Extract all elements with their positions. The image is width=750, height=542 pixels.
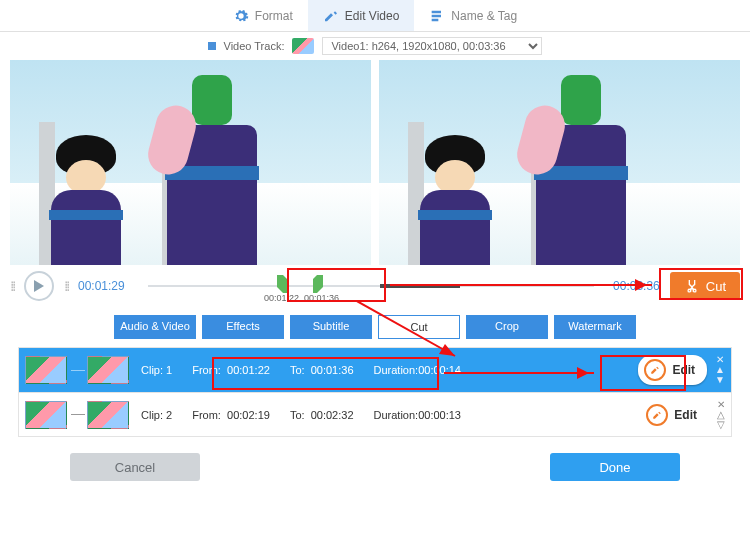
- tab-edit-video[interactable]: Edit Video: [308, 0, 415, 31]
- video-track-select[interactable]: Video1: h264, 1920x1080, 00:03:36: [322, 37, 542, 55]
- cancel-button[interactable]: Cancel: [70, 453, 200, 481]
- tab-name-tag[interactable]: Name & Tag: [414, 0, 532, 31]
- end-time: 00:03:36: [604, 279, 660, 293]
- progress-segment: [380, 284, 460, 288]
- move-down-icon[interactable]: ▽: [717, 420, 725, 430]
- clip-row[interactable]: Clip: 2 From: 00:02:19 To: 00:02:32 Dura…: [19, 392, 731, 436]
- move-up-icon[interactable]: △: [717, 410, 725, 420]
- grip-icon[interactable]: ⁞⁞: [64, 278, 68, 294]
- subtab-effects[interactable]: Effects: [202, 315, 284, 339]
- tab-format-label: Format: [255, 9, 293, 23]
- cut-button[interactable]: Cut: [670, 272, 740, 300]
- edit-subtabs: Audio & Video Effects Subtitle Cut Crop …: [0, 311, 750, 347]
- scissors-pencil-icon: [323, 8, 339, 24]
- tab-name-tag-label: Name & Tag: [451, 9, 517, 23]
- pencil-icon: [646, 404, 668, 426]
- pencil-icon: [644, 359, 666, 381]
- clip-row[interactable]: Clip: 1 From: 00:01:22 To: 00:01:36 Dura…: [19, 348, 731, 392]
- clip-thumb-start: [25, 356, 67, 384]
- clips-panel: Clip: 1 From: 00:01:22 To: 00:01:36 Dura…: [18, 347, 732, 437]
- edit-clip-button[interactable]: Edit: [640, 400, 709, 430]
- move-down-icon[interactable]: ▼: [715, 375, 725, 385]
- subtab-audio-video[interactable]: Audio & Video: [114, 315, 196, 339]
- timeline-controls: ⁞⁞ ⁞⁞ 00:01:29 00:01:22 00:01:36 00:03:3…: [0, 265, 750, 311]
- tag-icon: [429, 8, 445, 24]
- top-tab-bar: Format Edit Video Name & Tag: [0, 0, 750, 32]
- video-track-row: Video Track: Video1: h264, 1920x1080, 00…: [0, 32, 750, 60]
- trim-handle-start[interactable]: [277, 275, 287, 293]
- clip-thumb-end: [87, 356, 129, 384]
- current-time: 00:01:29: [78, 279, 138, 293]
- subtab-cut[interactable]: Cut: [378, 315, 460, 339]
- preview-area: ▸ Original Preview ◂: [0, 60, 750, 265]
- subtab-subtitle[interactable]: Subtitle: [290, 315, 372, 339]
- cut-button-label: Cut: [706, 279, 726, 294]
- clip-row-controls: ✕ △ ▽: [717, 400, 725, 430]
- handle-start-time: 00:01:22: [264, 293, 299, 303]
- gear-icon: [233, 8, 249, 24]
- clip-row-controls: ✕ ▲ ▼: [715, 355, 725, 385]
- done-button[interactable]: Done: [550, 453, 680, 481]
- edit-label: Edit: [674, 408, 697, 422]
- cut-scissors-icon: [684, 278, 700, 294]
- track-thumbnail: [292, 38, 314, 54]
- edit-clip-button[interactable]: Edit: [638, 355, 707, 385]
- clip-thumb-start: [25, 401, 67, 429]
- dialog-buttons: Cancel Done: [0, 437, 750, 481]
- tab-format[interactable]: Format: [218, 0, 308, 31]
- grip-icon[interactable]: ⁞⁞: [10, 278, 14, 294]
- subtab-watermark[interactable]: Watermark: [554, 315, 636, 339]
- edit-label: Edit: [672, 363, 695, 377]
- video-track-label: Video Track:: [224, 40, 285, 52]
- trim-handle-end[interactable]: [313, 275, 323, 293]
- track-indicator-icon: [208, 42, 216, 50]
- play-button[interactable]: [24, 271, 54, 301]
- timeline-track[interactable]: 00:01:22 00:01:36: [148, 271, 594, 301]
- clip-thumb-end: [87, 401, 129, 429]
- tab-edit-video-label: Edit Video: [345, 9, 400, 23]
- handle-end-time: 00:01:36: [304, 293, 339, 303]
- subtab-crop[interactable]: Crop: [466, 315, 548, 339]
- close-icon[interactable]: ✕: [717, 400, 725, 410]
- video-pane-original[interactable]: [10, 60, 371, 265]
- video-pane-preview[interactable]: [379, 60, 740, 265]
